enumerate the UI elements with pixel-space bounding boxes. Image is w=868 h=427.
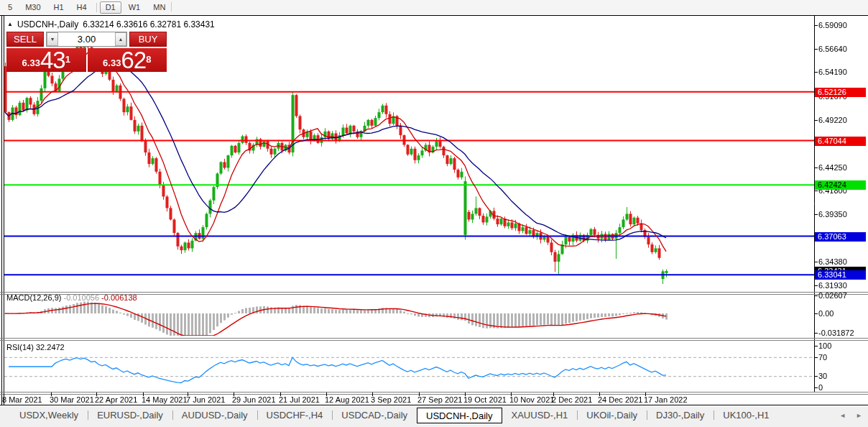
- volume-stepper: ▼ ▲: [46, 32, 127, 47]
- timeframe-button-W1[interactable]: W1: [123, 1, 147, 14]
- sell-button[interactable]: SELL: [6, 32, 44, 47]
- date-axis-label: 14 May 2021: [142, 395, 188, 404]
- date-axis-label: 27 Sep 2021: [417, 395, 462, 404]
- price-axis-label: 6.31930: [818, 281, 847, 290]
- sell-price-main: 43: [40, 50, 65, 71]
- date-axis-label: 30 Mar 2021: [50, 395, 94, 404]
- chart-tab-USDCHF-,H4[interactable]: USDCHF-,H4: [257, 408, 333, 422]
- macd-axis-label: -0.031872: [818, 329, 854, 337]
- date-axis-label: 22 Apr 2021: [95, 395, 137, 404]
- volume-decrease-button[interactable]: ▼: [47, 32, 58, 46]
- rsi-axis-label: 100: [818, 341, 831, 350]
- ohlc-values: 6.33214 6.33616 6.32781 6.33431: [83, 19, 215, 29]
- price-tag-6.37063: 6.37063: [815, 232, 866, 242]
- expand-triangle-icon[interactable]: ▲: [7, 20, 13, 29]
- price-axis-label: 6.39350: [818, 210, 847, 219]
- macd-signal-value: -0.006138: [101, 293, 137, 302]
- date-axis-label: 2 Dec 2021: [552, 395, 592, 404]
- price-axis-label: 6.44250: [818, 163, 847, 172]
- volume-input[interactable]: [58, 32, 115, 46]
- timeframe-button-MN[interactable]: MN: [147, 1, 171, 14]
- timeframe-button-H1[interactable]: H1: [48, 1, 70, 14]
- chart-tab-USDCNH-,Daily[interactable]: USDCNH-,Daily: [417, 408, 502, 423]
- tab-scroll-arrows: ◄ ►: [839, 412, 862, 419]
- price-axis-label: 6.49220: [818, 116, 847, 124]
- buy-button[interactable]: BUY: [129, 32, 167, 47]
- price-tag-6.52126: 6.52126: [815, 88, 866, 97]
- buy-price-display[interactable]: 6.33 62 8: [88, 48, 167, 72]
- date-axis-label: 21 Jul 2021: [279, 395, 320, 404]
- sell-price-pip: 1: [65, 49, 70, 70]
- price-tag-6.33041: 6.33041: [815, 270, 866, 280]
- sell-price-prefix: 6.33: [22, 55, 40, 71]
- price-axis-label: 6.54190: [818, 68, 847, 76]
- date-axis-label: 8 Mar 2021: [2, 395, 42, 404]
- rsi-value: 32.2472: [36, 343, 65, 352]
- trade-panel: SELL ▼ ▲ BUY 6.33 43 1 6.33 62 8: [6, 32, 167, 72]
- timeframe-button-H4[interactable]: H4: [71, 1, 93, 14]
- tab-scroll-right-icon[interactable]: ►: [856, 412, 862, 419]
- chart-title: ▲ USDCNH-,Daily 6.33214 6.33616 6.32781 …: [7, 19, 215, 29]
- trade-panel-row2: 6.33 43 1 6.33 62 8: [6, 48, 167, 72]
- date-axis-label: 19 Oct 2021: [463, 395, 507, 404]
- timeframe-button-D1[interactable]: D1: [100, 1, 121, 14]
- macd-label: MACD(12,26,9) -0.010056 -0.006138: [6, 293, 137, 302]
- rsi-label: RSI(14) 32.2472: [6, 343, 65, 352]
- chart-tab-USDX,Weekly[interactable]: USDX,Weekly: [10, 408, 88, 422]
- tab-scroll-left-icon[interactable]: ◄: [839, 412, 846, 419]
- volume-increase-button[interactable]: ▲: [115, 32, 126, 46]
- chart-tab-UK100-,H1[interactable]: UK100-,H1: [714, 408, 778, 422]
- macd-main-value: -0.010056: [63, 293, 99, 302]
- buy-price-main: 62: [121, 50, 146, 71]
- date-axis-label: 7 Jun 2021: [186, 395, 225, 404]
- buy-price-pip: 8: [146, 49, 151, 70]
- timeframe-button-5[interactable]: 5: [2, 1, 18, 14]
- mt4-terminal: 5M30H1H4D1W1MN ▲ USDCNH-,Daily 6.33214 6…: [0, 0, 868, 427]
- macd-axis-label: 0.02607: [818, 291, 847, 300]
- buy-price-prefix: 6.33: [103, 55, 121, 71]
- macd-name: MACD(12,26,9): [6, 293, 61, 302]
- price-axis-label: 6.56640: [818, 45, 847, 53]
- rsi-axis-label: 30: [818, 372, 827, 380]
- date-axis-label: 12 Aug 2021: [325, 395, 369, 404]
- rsi-axis-label: 70: [818, 353, 827, 362]
- trade-panel-row1: SELL ▼ ▲ BUY: [6, 32, 167, 47]
- symbol-period-label: USDCNH-,Daily: [17, 19, 78, 29]
- date-axis-label: 3 Sep 2021: [371, 395, 411, 404]
- sell-price-display[interactable]: 6.33 43 1: [6, 48, 86, 72]
- rsi-axis-label: 0: [818, 383, 823, 392]
- chart-tab-XAUUSD-,H1[interactable]: XAUUSD-,H1: [502, 408, 578, 422]
- chart-tab-bar: USDX,WeeklyEURUSD-,DailyAUDUSD-,DailyUSD…: [0, 406, 868, 427]
- date-axis-label: 24 Dec 2021: [598, 395, 642, 404]
- price-tag-6.47044: 6.47044: [815, 137, 866, 146]
- rsi-name: RSI(14): [6, 343, 34, 352]
- chart-tab-AUDUSD-,Daily[interactable]: AUDUSD-,Daily: [172, 408, 257, 422]
- chart-tab-EURUSD-,Daily[interactable]: EURUSD-,Daily: [88, 408, 172, 422]
- price-axis-label: 6.34380: [818, 257, 847, 266]
- chart-tab-DJ30-,Daily[interactable]: DJ30-,Daily: [647, 408, 714, 422]
- macd-axis-label: 0.00: [818, 309, 834, 318]
- date-axis-label: 17 Jan 2022: [644, 395, 688, 404]
- price-axis-label: 6.59090: [818, 21, 847, 29]
- timeframe-toolbar: 5M30H1H4D1W1MN: [0, 0, 868, 14]
- chart-tab-UKOil-,Daily[interactable]: UKOil-,Daily: [577, 408, 647, 422]
- chart-tab-USDCAD-,Daily[interactable]: USDCAD-,Daily: [332, 408, 417, 422]
- date-axis-label: 10 Nov 2021: [509, 395, 554, 404]
- price-tag-6.42424: 6.42424: [815, 180, 866, 190]
- timeframe-button-M30[interactable]: M30: [19, 1, 46, 14]
- date-axis-label: 29 Jun 2021: [232, 395, 276, 404]
